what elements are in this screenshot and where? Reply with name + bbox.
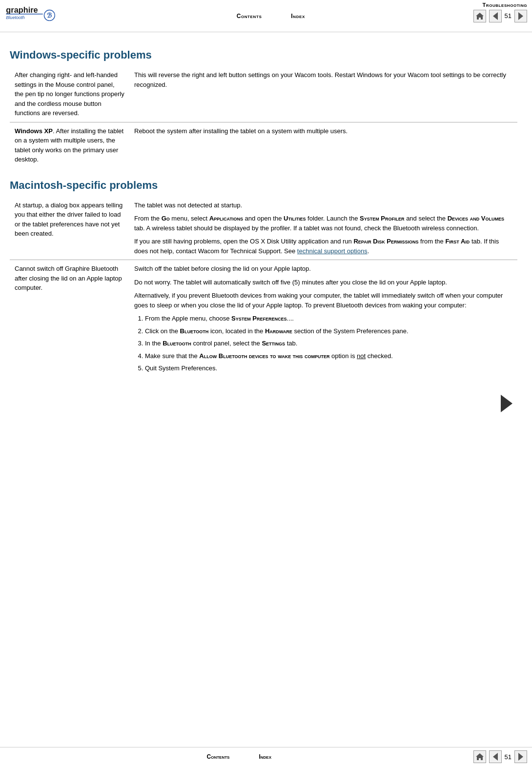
forward-arrow-icon — [518, 12, 523, 20]
footer-index-link[interactable]: Index — [259, 753, 271, 760]
windows-section-title: Windows-specific problems — [10, 49, 517, 61]
back-button[interactable] — [489, 10, 502, 22]
page-wrapper: graphire Bluetooth ℬ Troubleshooting Con… — [0, 0, 532, 766]
footer-contents-link[interactable]: Contents — [207, 753, 230, 760]
header-nav: Contents Index — [68, 13, 473, 20]
next-page-container — [10, 390, 517, 412]
footer-nav: Contents Index — [5, 753, 473, 760]
header-index-link[interactable]: Index — [291, 13, 305, 20]
not-label: not — [357, 352, 366, 360]
solution-cell: Switch off the tablet before closing the… — [129, 260, 517, 380]
solution-cell: This will reverse the right and left but… — [129, 66, 517, 122]
main-content: Windows-specific problems After changing… — [0, 32, 532, 422]
footer: Contents Index 51 — [0, 747, 532, 766]
footer-page-number: 51 — [505, 753, 512, 761]
cannot-switch-p3: Alternatively, if you prevent Bluetooth … — [134, 291, 512, 310]
list-item: Make sure that the Allow Bluetooth devic… — [145, 351, 512, 361]
logo: graphire Bluetooth ℬ — [5, 3, 59, 29]
svg-text:graphire: graphire — [6, 5, 38, 14]
system-profiler-label: System Profiler — [360, 215, 404, 222]
problem-cell: After changing right- and left-handed se… — [10, 66, 129, 122]
solution-p1: The tablet was not detected at startup. — [134, 201, 512, 210]
table-row: Cannot switch off Graphire Bluetooth aft… — [10, 260, 517, 380]
windows-problem-table: After changing right- and left-handed se… — [10, 66, 517, 168]
table-row: After changing right- and left-handed se… — [10, 66, 517, 122]
problem-cell: At startup, a dialog box appears telling… — [10, 197, 129, 260]
first-aid-label: First Aid — [445, 238, 470, 245]
page-number: 51 — [505, 12, 512, 20]
repair-disk-label: Repair Disk Permissions — [353, 238, 418, 245]
list-item: From the Apple menu, choose System Prefe… — [145, 314, 512, 323]
header-contents-link[interactable]: Contents — [237, 13, 262, 20]
back-arrow-icon — [493, 12, 498, 20]
home-button[interactable] — [473, 10, 486, 22]
table-row: Windows XP. After installing the tablet … — [10, 122, 517, 168]
footer-right: 51 — [473, 750, 527, 763]
svg-text:ℬ: ℬ — [47, 12, 52, 19]
devices-volumes-label: Devices and Volumes — [448, 215, 504, 222]
allow-bt-label: Allow Bluetooth devices to wake this com… — [199, 352, 329, 360]
footer-forward-button[interactable] — [514, 750, 527, 763]
problem-cell: Windows XP. After installing the tablet … — [10, 122, 129, 168]
cannot-switch-p2: Do not worry. The tablet will automatica… — [134, 278, 512, 287]
footer-forward-arrow-icon — [518, 753, 523, 761]
footer-back-arrow-icon — [493, 753, 498, 761]
utilities-label: Utilities — [284, 215, 306, 222]
windows-xp-label: Windows XP — [15, 127, 53, 135]
bluetooth-label: Bluetooth — [180, 327, 209, 335]
macintosh-problem-table: At startup, a dialog box appears telling… — [10, 197, 517, 380]
bluetooth-label2: Bluetooth — [163, 340, 191, 347]
solution-p3: If you are still having problems, open t… — [134, 237, 512, 256]
list-item: In the Bluetooth control panel, select t… — [145, 339, 512, 348]
list-item: Click on the Bluetooth icon, located in … — [145, 326, 512, 336]
solution-cell: The tablet was not detected at startup. … — [129, 197, 517, 260]
forward-button[interactable] — [514, 10, 527, 22]
table-row: At startup, a dialog box appears telling… — [10, 197, 517, 260]
settings-label: Settings — [262, 340, 285, 347]
footer-back-button[interactable] — [489, 750, 502, 763]
go-menu-label: Go — [162, 215, 170, 222]
system-prefs-label: System Preferences — [231, 315, 286, 322]
solution-cell: Reboot the system after installing the t… — [129, 122, 517, 168]
technical-support-link[interactable]: technical support options — [297, 247, 368, 255]
list-item: Quit System Preferences. — [145, 363, 512, 373]
steps-list: From the Apple menu, choose System Prefe… — [134, 314, 512, 373]
problem-cell: Cannot switch off Graphire Bluetooth aft… — [10, 260, 129, 380]
header-right: 51 — [473, 10, 527, 22]
applications-label: Applications — [209, 215, 243, 222]
svg-text:Bluetooth: Bluetooth — [6, 15, 24, 20]
solution-p2: From the Go menu, select Applications an… — [134, 214, 512, 233]
next-page-button[interactable] — [501, 395, 512, 412]
troubleshooting-label: Troubleshooting — [483, 2, 527, 8]
cannot-switch-p1: Switch off the tablet before closing the… — [134, 264, 512, 274]
macintosh-section-title: Macintosh-specific problems — [10, 179, 517, 192]
footer-home-button[interactable] — [473, 750, 486, 763]
hardware-label: Hardware — [265, 327, 292, 335]
header: graphire Bluetooth ℬ Troubleshooting Con… — [0, 0, 532, 32]
